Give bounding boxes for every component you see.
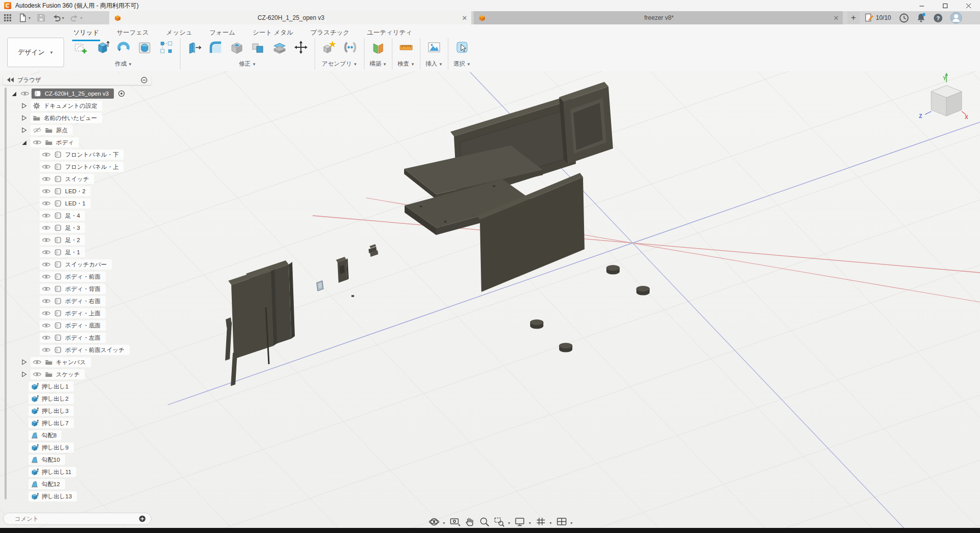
insert-image-button[interactable] — [424, 38, 444, 58]
3d-model-exploded-view[interactable] — [225, 82, 650, 386]
expander-icon[interactable] — [10, 90, 17, 97]
file-menu-icon[interactable]: ▾ — [18, 13, 30, 22]
viewport-canvas[interactable]: Y X Z — [0, 71, 980, 528]
visibility-eye-icon[interactable] — [42, 310, 51, 317]
browser-item-body[interactable]: 押し出し2 — [28, 394, 74, 404]
group-label[interactable]: 選択▼ — [453, 60, 471, 68]
browser-item-body[interactable]: 勾配8 — [28, 430, 62, 440]
model-part-foot[interactable] — [606, 265, 620, 275]
expander-icon[interactable] — [20, 102, 27, 109]
visibility-eye-icon[interactable] — [42, 175, 51, 183]
3d-viewport[interactable]: Y X Z — [0, 71, 980, 528]
expander-icon[interactable] — [20, 139, 27, 146]
group-label[interactable]: 修正▼ — [239, 60, 256, 68]
browser-item-body[interactable]: ボディ・前面 — [40, 272, 106, 282]
browser-item-body[interactable]: フロントパネル・上 — [40, 162, 124, 172]
joint-button[interactable] — [341, 38, 360, 58]
construct-plane-button[interactable] — [369, 38, 388, 58]
browser-item-body[interactable]: 押し出し1 — [28, 381, 74, 392]
visibility-eye-icon[interactable] — [42, 163, 51, 170]
visibility-eye-icon[interactable] — [42, 346, 51, 353]
browser-item-body[interactable]: 原点 — [30, 125, 73, 135]
expander-icon[interactable] — [20, 371, 27, 378]
expander-icon[interactable] — [20, 127, 27, 134]
create-sketch-button[interactable] — [71, 38, 90, 58]
app-grid-icon[interactable] — [3, 13, 12, 22]
group-label[interactable]: 挿入▼ — [425, 60, 443, 68]
maximize-button[interactable] — [933, 0, 957, 11]
visibility-eye-icon[interactable] — [33, 359, 42, 366]
add-comment-icon[interactable] — [139, 515, 146, 522]
visibility-eye-icon[interactable] — [42, 151, 51, 158]
move-button[interactable] — [291, 38, 311, 58]
browser-item-body[interactable]: 押し出し7 — [28, 418, 74, 428]
visibility-eye-icon[interactable] — [42, 322, 51, 329]
pattern-button[interactable] — [157, 38, 176, 58]
visibility-eye-icon[interactable] — [42, 273, 51, 280]
undo-icon[interactable]: ▾ — [52, 13, 64, 22]
expander-icon[interactable] — [20, 359, 27, 366]
expander-icon[interactable] — [20, 114, 27, 122]
visibility-eye-icon[interactable] — [42, 224, 51, 231]
browser-item-body[interactable]: ボディ・背面 — [40, 284, 106, 294]
browser-item-body[interactable]: ボディ・前面スイッチ — [40, 345, 130, 355]
visibility-eye-icon[interactable] — [42, 261, 51, 268]
view-cube[interactable]: Y X Z — [919, 73, 968, 120]
group-label[interactable]: 作成▼ — [115, 60, 132, 68]
browser-item-body[interactable]: 押し出し13 — [28, 491, 77, 501]
document-tab[interactable]: freezer v8*✕ — [474, 11, 843, 24]
model-part-small-parts[interactable] — [351, 244, 378, 297]
group-label[interactable]: アセンブリ▼ — [322, 60, 357, 68]
model-part-foot[interactable] — [636, 286, 650, 295]
activate-component-icon[interactable] — [117, 89, 126, 98]
visibility-eye-icon[interactable] — [42, 249, 51, 256]
model-part-front-assembly[interactable] — [228, 260, 295, 364]
comments-bar[interactable]: コメント — [3, 513, 151, 525]
browser-item-body[interactable]: 勾配10 — [28, 455, 65, 465]
add-tab-button[interactable]: + — [847, 12, 860, 24]
browser-item-body[interactable]: スケッチ — [30, 369, 85, 379]
shell-button[interactable] — [227, 38, 247, 58]
revolve-button[interactable] — [114, 38, 133, 58]
browser-item-body[interactable]: 名前の付いたビュー — [30, 113, 102, 123]
help-icon[interactable]: ? — [933, 13, 943, 23]
panel-options-icon[interactable] — [141, 77, 147, 83]
browser-scrollbar[interactable] — [5, 87, 7, 499]
split-body-button[interactable] — [270, 38, 289, 58]
browser-item-body[interactable]: 勾配12 — [28, 479, 65, 489]
visibility-eye-icon[interactable] — [42, 298, 51, 305]
browser-item-body[interactable]: ボディ・底面 — [40, 320, 106, 331]
history-clock-icon[interactable] — [899, 13, 909, 23]
browser-item-body[interactable]: CZ-620H_1_25_open v3 — [32, 88, 114, 99]
model-part-glass-window[interactable] — [317, 281, 323, 291]
visibility-eye-icon[interactable] — [33, 371, 42, 378]
visibility-eye-icon[interactable] — [42, 188, 51, 195]
browser-item-body[interactable]: ドキュメントの設定 — [30, 101, 102, 111]
combine-button[interactable] — [249, 38, 268, 58]
browser-item-body[interactable]: 押し出し9 — [28, 442, 74, 453]
redo-icon[interactable]: ▾ — [70, 13, 82, 22]
browser-panel-header[interactable]: ブラウザ — [3, 75, 151, 85]
visibility-eye-icon[interactable] — [20, 90, 29, 97]
model-part-foot[interactable] — [559, 343, 572, 352]
browser-item-body[interactable]: スイッチ — [40, 174, 94, 184]
extrude-button[interactable] — [93, 38, 112, 58]
visibility-eye-icon[interactable] — [42, 212, 51, 219]
document-tab[interactable]: CZ-620H_1_25_open v3✕ — [109, 11, 471, 24]
browser-item-body[interactable]: LED・2 — [40, 186, 90, 196]
browser-item-body[interactable]: ボディ — [30, 137, 79, 147]
browser-item-body[interactable]: 押し出し11 — [28, 467, 76, 477]
browser-item-body[interactable]: ボディ・上面 — [40, 308, 106, 318]
collapse-panel-icon[interactable] — [7, 77, 14, 82]
measure-button[interactable] — [396, 38, 416, 58]
press-pull-button[interactable] — [185, 38, 204, 58]
visibility-eye-icon[interactable] — [42, 236, 51, 244]
browser-item-body[interactable]: スイッチカバー — [40, 259, 112, 270]
visibility-eye-icon[interactable] — [42, 334, 51, 341]
browser-item-body[interactable]: ボディ・右面 — [40, 296, 106, 306]
select-button[interactable] — [452, 38, 472, 58]
minimize-button[interactable] — [910, 0, 933, 11]
workspace-selector-button[interactable]: デザイン ▼ — [7, 38, 64, 67]
model-part-feet[interactable] — [530, 265, 650, 352]
model-part-foot[interactable] — [530, 320, 543, 329]
